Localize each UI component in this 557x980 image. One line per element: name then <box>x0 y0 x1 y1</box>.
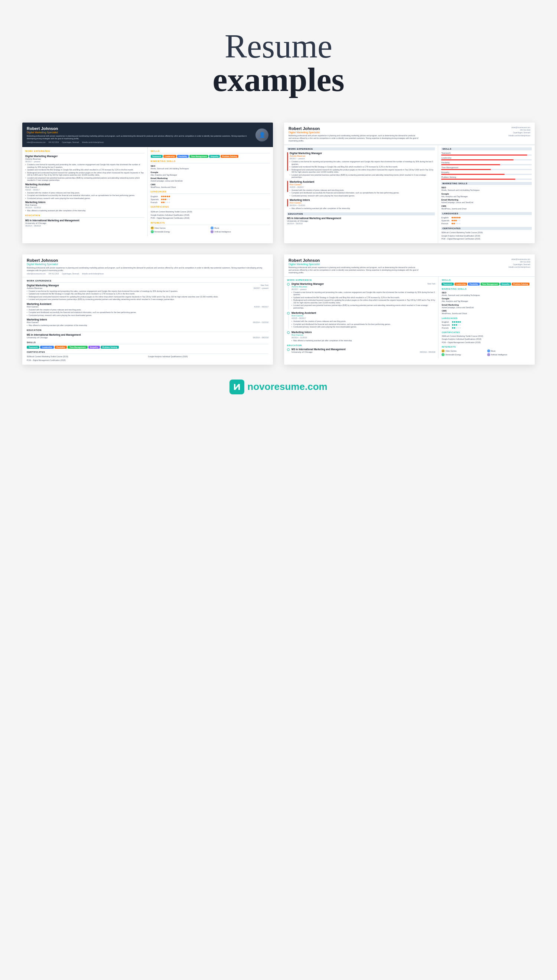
r2-edu-school: University of Chicago <box>287 220 435 222</box>
skill-tag-leadership: Leadership <box>163 155 176 158</box>
r4-interest-renewable: ⚡ Renewable Energy <box>441 353 486 356</box>
r1-edu-dates: 06/2014 – 08/2018 <box>25 225 145 227</box>
r2-skill-bars: Teamwork Leadership Flexibility Tim <box>441 152 532 180</box>
r4-lang-english-dots <box>452 321 461 323</box>
r2-job3-title: Marketing Intern <box>290 199 435 201</box>
r3-cert-3: PCM – Digital Management Certification (… <box>27 359 147 362</box>
r2-edu-dates: 06/2014 – 06/2018 <box>287 223 435 225</box>
r2-cert-3: PCM – Digital Management Certification (… <box>441 238 532 240</box>
r1-interests: 🎮 Video Games ♪ Music ⚡ Renewable Energy <box>151 226 270 233</box>
r1-lang-french: French <box>151 201 270 203</box>
resumes-grid: Robert Johnson Digital Marketing Special… <box>22 122 535 365</box>
r3-skill-flexibility: Flexibility <box>55 346 67 349</box>
r2-job3-note: Was offered a marketing assistant job af… <box>290 207 435 210</box>
r4-lang-french-name: French <box>441 327 451 329</box>
r1-mktg-google: Google Ads, Analytics and Tag Manager <box>151 171 270 176</box>
r4-job3-dates: 06/2014 – 01/2016 <box>292 337 435 339</box>
r1-interests-title: INTERESTS <box>151 222 270 225</box>
r4-interest-music: ♪ Music <box>487 350 532 352</box>
r4-edu-content: MS in International Marketing and Manage… <box>292 348 435 353</box>
r2-cert-2: Google Analytics Individual Qualificatio… <box>441 235 532 237</box>
r1-mktg-title: MARKETING SKILLS <box>151 160 270 163</box>
r1-edu-title: EDUCATION <box>25 214 145 218</box>
r4-job2-company: Riot Games <box>292 314 435 317</box>
footer-domain-text: novoresume <box>247 381 305 392</box>
ai-icon: 🤖 <box>210 230 213 233</box>
resume2-header-left: Robert Johnson Digital Marketing Special… <box>288 126 419 142</box>
resume2-name: Robert Johnson <box>288 126 419 131</box>
resume4-header-left: Robert Johnson Digital Marketing Special… <box>288 258 419 274</box>
r1-email-desc: ActiveCampaign, Litmus and SendGrid <box>151 180 270 182</box>
r4-job2-dot <box>287 312 290 314</box>
r1-interest-videogames-label: Video Games <box>155 227 166 229</box>
r1-skill-tags: Teamwork Leadership Flexibility Time Man… <box>151 155 270 158</box>
r3-skill-teamwork: Teamwork <box>27 346 39 349</box>
resume4-phone: 044 412 2019 <box>508 261 530 263</box>
page-header: Resume examples <box>22 15 535 115</box>
r4-job1-dot <box>287 283 290 286</box>
r1-cms-name: CMS <box>151 184 270 186</box>
resume2-email: robert@novoresume.com <box>508 126 530 129</box>
resume-card-3: Robert Johnson Digital Marketing Special… <box>22 254 273 365</box>
novoresume-logo[interactable] <box>230 379 244 394</box>
r3-job2-title: Marketing Assistant <box>27 303 269 305</box>
footer-domain: novoresume.com <box>247 381 327 392</box>
footer-tld: .com <box>305 381 327 392</box>
r3-cert-title: CERTIFICATES <box>27 351 269 354</box>
r3-job2-b1: Assisted with the creation of press rele… <box>27 309 269 311</box>
r4-interest-ai-label: Artificial Intelligence <box>491 353 507 356</box>
resume2-location: Copenhagen, Denmark <box>508 132 530 134</box>
r3-job3: Marketing Intern Riot Games 06/2014 – 01… <box>27 318 269 327</box>
r4-interests: 🎮 Video Games ♪ Music ⚡ Renewable Energy <box>441 350 532 356</box>
resume4-linkedin: linkedin.com/in/robertjohnson <box>508 266 530 269</box>
resume4-header: Robert Johnson Digital Marketing Special… <box>284 254 535 277</box>
r1-lang-spanish-name: Spanish <box>151 198 160 200</box>
r2-lang-french-name: French <box>441 223 450 225</box>
resume3-contact: robert@novoresume.com 044 412 2019 Copen… <box>27 273 269 275</box>
r4-job1-dot-col <box>287 283 290 310</box>
r1-job2-b3: Conducted primary research with users pl… <box>25 197 145 200</box>
r1-lang-spanish-dots <box>161 199 170 200</box>
resume3-location: Copenhagen, Denmark <box>62 273 79 275</box>
r1-interest-videogames: 🎮 Video Games <box>151 226 210 230</box>
r1-mktg-email: Email Marketing ActiveCampaign, Litmus a… <box>151 177 270 182</box>
r2-job1-b1: Created a new format for reporting and p… <box>290 160 435 165</box>
r1-cert-3: PCM – Digital Management Certification (… <box>151 217 270 220</box>
r4-edu-dot <box>287 348 290 351</box>
r3-job3-title: Marketing Intern <box>27 318 269 321</box>
r4-interest-music-label: Music <box>491 350 496 352</box>
r1-interest-renewable-label: Renewable Energy <box>155 231 170 233</box>
resume-card-4: Robert Johnson Digital Marketing Special… <box>284 254 535 365</box>
r4-job1-content: Digital Marketing Manager New York Astor… <box>292 283 435 310</box>
r1-cert-1: SEMrush Content Marketing Toolkit Course… <box>151 210 270 213</box>
r2-skill-teamwork: Teamwork <box>441 152 532 156</box>
r4-cert-1: SEMrush Content Marketing Toolkit Course… <box>441 335 532 337</box>
r1-lang-english-dots <box>161 196 170 197</box>
resume4-email: robert@novoresume.com <box>508 258 530 261</box>
resume3-linkedin: linkedin.com/in/robertjohnson <box>82 273 104 275</box>
r2-work-title: WORK EXPERIENCE <box>287 147 435 150</box>
r4-skill-empathy: Empathy <box>500 283 511 286</box>
r3-job1-b2: Updated and monitored the Bid Strategy i… <box>27 293 269 295</box>
r1-cms-desc: WordPress, Joomla and Ghost <box>151 186 270 189</box>
r2-edu-degree: MS in International Marketing and Manage… <box>287 217 435 220</box>
r4-lang-english-name: English <box>441 321 451 323</box>
r1-lang-french-dots <box>161 202 170 203</box>
resume4-body: WORK EXPERIENCE Digital Marketing Manage… <box>284 277 535 359</box>
r4-lang-french-dots <box>452 327 461 329</box>
r2-mktg-title: MARKETING SKILLS <box>441 182 532 185</box>
r4-edu-degree: MS in International Marketing and Manage… <box>292 348 435 350</box>
r3-job2-company: Riot Games <box>27 306 39 308</box>
r2-job1-b2: Updated and monitored the Bid Strategy i… <box>290 166 435 168</box>
r2-edu-title: EDUCATION <box>287 212 435 215</box>
videogames-icon: 🎮 <box>151 226 154 230</box>
resume2-phone: 044 412 2019 <box>508 129 530 132</box>
resume2-contact: robert@novoresume.com 044 412 2019 Copen… <box>508 126 530 137</box>
r3-edu-title: EDUCATION <box>27 329 269 332</box>
r4-cert-2: Google Analytics Individual Qualificatio… <box>441 338 532 340</box>
resume4-contact: robert@novoresume.com 044 412 2019 Copen… <box>508 258 530 274</box>
r4-skills-title: SKILLS <box>441 279 532 281</box>
r2-job2-company: Riot Games <box>290 184 435 186</box>
r4-job3-dot-col <box>287 331 290 342</box>
r4-mktg-seo: SEO Ahrefs, Semrush and Link-building Te… <box>441 291 532 297</box>
